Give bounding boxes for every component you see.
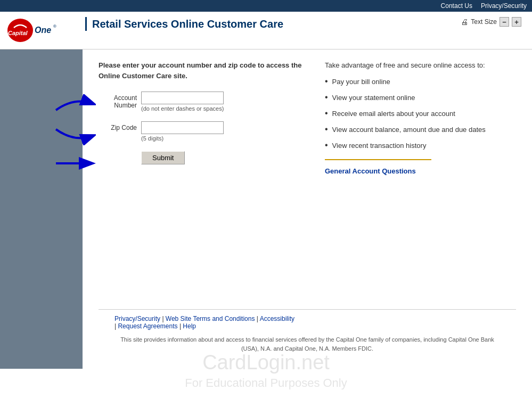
right-intro: Take advantage of free and secure online… <box>325 60 516 71</box>
feature-item-4: View account balance, amount due and due… <box>325 125 516 135</box>
submit-button[interactable]: Submit <box>141 151 185 164</box>
footer-agreements-link[interactable]: Request Agreements <box>118 322 177 330</box>
feature-item-2: View your statement online <box>325 93 516 103</box>
logo-area: Capital One ® <box>5 17 75 44</box>
svg-text:Capital: Capital <box>8 30 28 36</box>
zip-code-input-group: (5 digits) <box>141 121 224 142</box>
watermark-line2: For Educational Purposes Only <box>185 376 347 390</box>
footer-help-link[interactable]: Help <box>183 322 196 330</box>
login-form: Account Number (do not enter dashes or s… <box>99 92 304 164</box>
zip-code-row: Zip Code (5 digits) <box>99 121 304 142</box>
account-number-hint: (do not enter dashes or spaces) <box>141 105 224 112</box>
main-wrapper: Please enter your account number and zip… <box>0 49 532 369</box>
account-number-label: Account Number <box>99 92 141 109</box>
printer-icon: 🖨 <box>461 18 468 26</box>
left-column: Please enter your account number and zip… <box>99 60 304 299</box>
content-columns: Please enter your account number and zip… <box>99 60 516 299</box>
privacy-security-link[interactable]: Privacy/Security <box>481 2 527 10</box>
account-number-arrow <box>53 94 96 117</box>
top-navigation: Contact Us Privacy/Security <box>0 0 532 12</box>
decrease-text-size-button[interactable]: − <box>500 17 509 27</box>
page-header: Capital One ® Retail Services Online Cus… <box>0 12 532 49</box>
feature-list: Pay your bill online View your statement… <box>325 77 516 151</box>
header-left: Capital One ® Retail Services Online Cus… <box>5 17 283 44</box>
feature-item-1: Pay your bill online <box>325 77 516 87</box>
svg-text:One: One <box>35 26 51 35</box>
zip-code-arrow <box>53 124 96 147</box>
footer-disclaimer: This site provides information about and… <box>114 335 500 353</box>
text-size-label: Text Size <box>471 18 497 26</box>
feature-item-3: Receive email alerts about your account <box>325 109 516 119</box>
account-number-input-group: (do not enter dashes or spaces) <box>141 92 224 112</box>
submit-row: Submit <box>99 151 304 164</box>
svg-text:®: ® <box>53 24 56 29</box>
increase-text-size-button[interactable]: + <box>512 17 521 27</box>
account-number-input[interactable] <box>141 92 224 104</box>
zip-code-input[interactable] <box>141 121 224 134</box>
footer-links: Privacy/Security | Web Site Terms and Co… <box>114 315 500 330</box>
footer: Privacy/Security | Web Site Terms and Co… <box>99 309 516 358</box>
footer-accessibility-link[interactable]: Accessibility <box>260 315 294 322</box>
general-account-link[interactable]: General Account Questions <box>325 167 516 176</box>
page-title: Retail Services Online Customer Care <box>85 17 283 31</box>
footer-terms-link[interactable]: Web Site Terms and Conditions <box>166 315 255 322</box>
account-number-row: Account Number (do not enter dashes or s… <box>99 92 304 112</box>
feature-item-5: View recent transaction history <box>325 141 516 151</box>
content-area: Please enter your account number and zip… <box>83 49 532 369</box>
text-size-controls: 🖨 Text Size − + <box>461 17 521 27</box>
capital-one-logo: Capital One ® <box>5 17 75 44</box>
right-column: Take advantage of free and secure online… <box>314 60 516 299</box>
contact-us-link[interactable]: Contact Us <box>441 2 472 10</box>
zip-code-label: Zip Code <box>99 121 141 131</box>
footer-privacy-link[interactable]: Privacy/Security <box>114 315 160 322</box>
intro-text: Please enter your account number and zip… <box>99 60 304 81</box>
gold-divider <box>325 159 431 160</box>
submit-arrow <box>53 155 96 173</box>
zip-code-hint: (5 digits) <box>141 135 224 142</box>
